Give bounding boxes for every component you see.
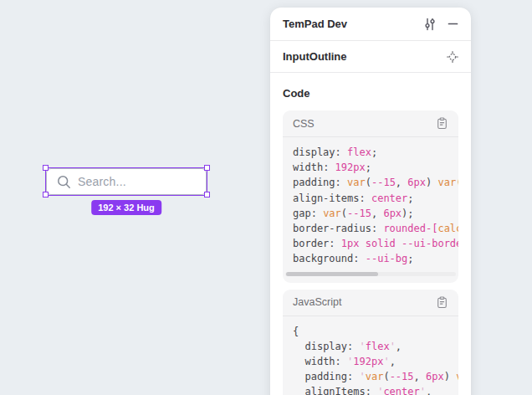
code-block-header: CSS (283, 110, 458, 137)
code-blocks: CSSdisplay: flex;width: 192px;padding: v… (283, 110, 458, 395)
locate-target-icon[interactable] (447, 51, 458, 63)
code-line: width: '192px', (293, 354, 448, 369)
panel-header: TemPad Dev (270, 8, 471, 41)
code-block-css: CSSdisplay: flex;width: 192px;padding: v… (283, 110, 458, 283)
component-name: InputOutline (283, 50, 447, 63)
code-line: padding: 'var(--15, 6px) var(--15, 6px)'… (293, 369, 448, 384)
code-line: width: 192px; (293, 160, 448, 175)
code-line: align-items: center; (293, 191, 448, 206)
code-line: alignItems: 'center', (293, 384, 448, 395)
code-block-label: CSS (293, 118, 436, 130)
sliders-icon[interactable] (423, 18, 437, 31)
clipboard-copy-icon[interactable] (436, 117, 448, 130)
tempad-dev-panel: TemPad Dev InputOutline (270, 8, 471, 395)
search-placeholder: Search... (78, 175, 126, 188)
selection-size-badge: 192 × 32 Hug (91, 200, 161, 215)
code-line: { (293, 324, 448, 339)
horizontal-scrollbar[interactable] (285, 272, 456, 276)
selection-handle-top-left[interactable] (43, 165, 49, 171)
panel-title: TemPad Dev (283, 18, 423, 30)
selection-handle-bottom-left[interactable] (43, 192, 49, 198)
code-line: border-radius: rounded-[calc(var(--radiu… (293, 221, 448, 236)
code-block-header: JavaScript (283, 290, 458, 316)
code-line: display: flex; (293, 145, 448, 160)
search-icon (57, 175, 71, 189)
code-line: border: 1px solid --ui-border-color; (293, 236, 448, 251)
code-content: { display: 'flex', width: '192px', paddi… (283, 316, 458, 395)
clipboard-copy-icon[interactable] (436, 296, 448, 309)
code-line: background: --ui-bg; (293, 251, 448, 266)
code-content: display: flex;width: 192px;padding: var(… (283, 137, 458, 269)
code-block-label: JavaScript (293, 296, 436, 308)
search-input[interactable]: Search... (46, 168, 207, 195)
code-section: Code CSSdisplay: flex;width: 192px;paddi… (270, 73, 471, 395)
selection-handle-top-right[interactable] (204, 165, 210, 171)
component-row: InputOutline (270, 41, 471, 73)
selection-handle-bottom-right[interactable] (204, 192, 210, 198)
code-block-javascript: JavaScript{ display: 'flex', width: '192… (283, 290, 458, 395)
code-line: gap: var(--15, 6px); (293, 206, 448, 221)
section-title-code: Code (283, 87, 458, 100)
code-line: display: 'flex', (293, 339, 448, 354)
scrollbar-thumb[interactable] (286, 272, 378, 276)
minimize-icon[interactable] (448, 18, 458, 29)
code-line: padding: var(--15, 6px) var(--15, 6px); (293, 175, 448, 190)
